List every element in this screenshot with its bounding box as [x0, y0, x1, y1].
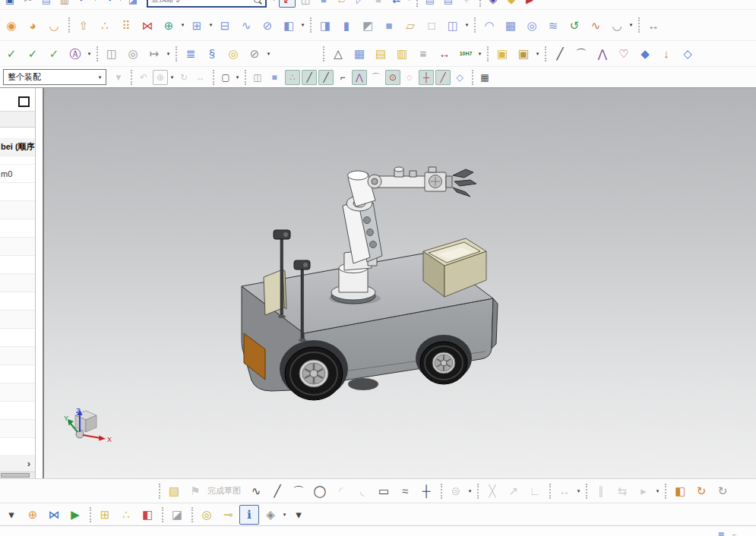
envelope-button[interactable]: ◪: [167, 505, 187, 525]
navigator-row[interactable]: [0, 311, 35, 329]
wedge-view-button[interactable]: ◸: [352, 0, 369, 8]
spec-list-button[interactable]: ▤: [422, 0, 438, 8]
check-feature-button[interactable]: ✓: [23, 44, 43, 64]
navigator-row[interactable]: [0, 420, 35, 438]
assembly-overflow-button[interactable]: ▾: [2, 505, 21, 525]
part-family-table-button[interactable]: ▦: [350, 44, 369, 64]
law-curve-button[interactable]: ♡: [614, 44, 634, 64]
role-button[interactable]: ◆: [503, 0, 520, 8]
emboss-button[interactable]: ◡: [44, 15, 64, 35]
curve-on-surface-button[interactable]: ↺: [565, 15, 584, 35]
display-constraints-button-dropdown[interactable]: ▾: [654, 488, 661, 494]
ellipse-button-dropdown[interactable]: ▾: [467, 488, 473, 494]
plain-face-button[interactable]: ■: [370, 0, 387, 8]
show-degrees-of-freedom-button[interactable]: ∴: [116, 505, 136, 525]
fit-tolerance-button[interactable]: 10H7: [456, 44, 476, 64]
undo-button-dropdown[interactable]: ▾: [92, 0, 99, 2]
save-button[interactable]: ▣: [2, 0, 18, 8]
selection-scope-combo[interactable]: 整个装配 ▾: [3, 69, 106, 85]
snap-angled-toggle[interactable]: ╱: [435, 70, 451, 85]
command-finder-dropdown[interactable]: ▾: [270, 0, 277, 2]
navigator-row[interactable]: [0, 292, 35, 311]
quick-extend-button[interactable]: ↗: [504, 481, 524, 501]
measure-distance-button[interactable]: ↔: [435, 44, 454, 64]
pattern-cluster-button[interactable]: ∴: [95, 15, 115, 35]
filter-undo-button[interactable]: ↶: [136, 70, 151, 85]
block-button[interactable]: ■: [379, 15, 399, 35]
check-body-button[interactable]: ✓: [44, 44, 64, 64]
snap-face-toggle[interactable]: ◇: [452, 70, 467, 85]
grid-toggle[interactable]: ▦: [477, 70, 492, 85]
navigator-row[interactable]: [0, 329, 35, 347]
status-grid-icon[interactable]: ▦: [716, 529, 726, 536]
sweep-button[interactable]: ∿: [236, 15, 256, 35]
label-abc-button[interactable]: Ⓐ: [65, 44, 85, 64]
marquee-select-button-dropdown[interactable]: ▾: [234, 74, 241, 80]
subtract-button[interactable]: ⊟: [215, 15, 235, 35]
deviation-gauge-button[interactable]: ↦: [144, 44, 164, 64]
command-finder-input[interactable]: 查找命令: [147, 0, 267, 8]
navigator-row[interactable]: [0, 402, 35, 420]
navigator-column-header[interactable]: [0, 111, 35, 128]
sew-button-dropdown[interactable]: ▾: [463, 22, 470, 28]
restore-window-icon[interactable]: [18, 96, 30, 107]
cart-right-face[interactable]: [492, 298, 498, 348]
snap-curve-toggle[interactable]: ⌐: [335, 70, 350, 85]
coil-spring-button[interactable]: ≣: [181, 44, 201, 64]
window-arrange-button-dropdown[interactable]: ▾: [406, 0, 413, 2]
fillet-button[interactable]: ◜: [331, 481, 351, 501]
lock-assembly-button-dropdown[interactable]: ▾: [534, 51, 541, 57]
x-axis[interactable]: [83, 435, 100, 438]
drag-handle-button[interactable]: ↔: [193, 70, 208, 85]
assembly-constraints-button[interactable]: ⊞: [95, 505, 115, 525]
snap-point-toggle[interactable]: ∴: [285, 70, 300, 85]
status-corner-icon[interactable]: ⌐: [729, 529, 740, 536]
move-face-button[interactable]: ↔: [644, 15, 663, 35]
sheet-button[interactable]: ▱: [334, 0, 350, 8]
lock-feature-button[interactable]: ▣: [492, 44, 512, 64]
line-curve-button[interactable]: ╱: [550, 44, 570, 64]
profile-button[interactable]: ∿: [246, 481, 266, 501]
finish-sketch-button[interactable]: ⚑: [185, 481, 205, 501]
front-wheel[interactable]: [285, 347, 343, 400]
nav-forward-button[interactable]: ▶: [521, 0, 538, 8]
lock-assembly-button[interactable]: ▣: [514, 44, 533, 64]
examine-geometry-button[interactable]: ✓: [2, 44, 21, 64]
gripper-palm[interactable]: [446, 176, 452, 188]
snap-midpoint-toggle[interactable]: ╱: [318, 70, 334, 85]
make-symmetric-button[interactable]: ⇆: [612, 481, 632, 501]
move-handle-button[interactable]: ⊕: [153, 70, 168, 85]
diamond-tool-button[interactable]: ◈: [485, 0, 501, 8]
navigator-node-root[interactable]: bei (顺序: [0, 138, 35, 156]
group-features-button[interactable]: ▥: [392, 44, 412, 64]
display-part-button[interactable]: ◫: [297, 0, 314, 8]
exploded-view-button[interactable]: ◈: [261, 505, 280, 525]
polygon-button[interactable]: △: [328, 44, 348, 64]
rib-button[interactable]: ▮: [337, 15, 356, 35]
gripper-fingers[interactable]: [453, 169, 476, 197]
navigator-row[interactable]: [0, 274, 35, 292]
through-curve-mesh-button[interactable]: ▦: [501, 15, 520, 35]
format-brush-button[interactable]: ◪: [125, 0, 141, 8]
surface-book-button[interactable]: ◡: [607, 15, 627, 35]
work-part-button[interactable]: ■: [315, 0, 332, 8]
section-analysis-button[interactable]: ◎: [123, 44, 143, 64]
project-curve-button[interactable]: ↓: [656, 44, 676, 64]
rear-wheel[interactable]: [420, 342, 467, 384]
navigator-row[interactable]: [0, 219, 35, 238]
snap-quadrant-toggle[interactable]: ◌: [402, 70, 417, 85]
highlight-part-button[interactable]: ◫: [250, 70, 265, 85]
navigator-node-child[interactable]: m0: [0, 165, 35, 183]
navigator-row[interactable]: [0, 256, 35, 274]
paste-button[interactable]: ▥: [56, 0, 73, 8]
graphics-viewport[interactable]: Z X Y: [43, 88, 756, 478]
navigator-row[interactable]: [0, 183, 35, 201]
move-component-button[interactable]: ⊕: [23, 505, 43, 525]
display-constraints-button[interactable]: ▸: [634, 481, 653, 501]
navigator-row[interactable]: [0, 365, 35, 383]
shell-button-dropdown[interactable]: ▾: [299, 22, 306, 28]
wave-geometry-linker-button[interactable]: ℹ: [239, 505, 259, 525]
clipped-curve-button[interactable]: ◇: [678, 44, 697, 64]
n-sided-surface-button[interactable]: ◎: [522, 15, 542, 35]
sketch-style-button[interactable]: ◧: [670, 481, 690, 501]
